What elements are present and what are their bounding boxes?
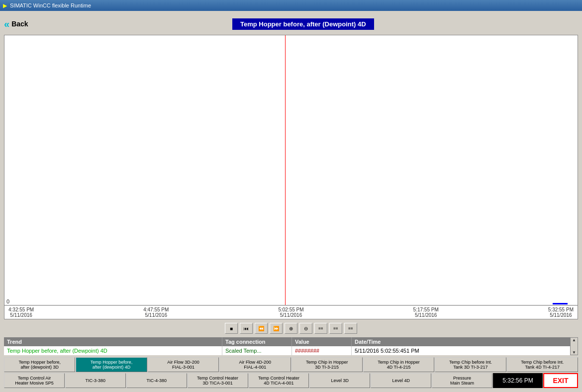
value-col-header: Value xyxy=(292,337,352,346)
zoom-out-button[interactable]: ⊖ xyxy=(299,323,312,334)
back-label: Back xyxy=(11,20,28,28)
chart-cursor-line xyxy=(285,35,286,305)
back-button[interactable]: « Back xyxy=(4,18,28,30)
menu-button-1[interactable]: ≡≡ xyxy=(314,323,327,334)
nav-tic-3-380[interactable]: TIC-3-380 xyxy=(65,373,126,388)
scroll-down-icon[interactable]: ▼ xyxy=(572,350,576,355)
nav-tic-4-380[interactable]: TIC-4-380 xyxy=(126,373,187,388)
nav-pressure-steam[interactable]: PressureMain Steam xyxy=(432,373,492,388)
time-axis: 4:32:55 PM 5/11/2016 4:47:55 PM 5/11/201… xyxy=(4,306,578,319)
trend-col-header: Trend xyxy=(4,337,222,346)
trend-table-header: Trend Tag connection Value Date/Time xyxy=(4,337,570,346)
trend-datetime-cell: 5/11/2016 5:02:55:451 PM xyxy=(352,346,570,355)
time-label-5: 5:32:55 PM 5/11/2016 xyxy=(548,307,574,318)
nav-level-4d[interactable]: Level 4D xyxy=(371,373,431,388)
forward-button[interactable]: ⏩ xyxy=(270,323,283,334)
time-label-2: 4:47:55 PM 5/11/2016 xyxy=(143,307,169,318)
time-label-3: 5:02:55 PM 5/11/2016 xyxy=(278,307,303,318)
trend-tag-cell: Scaled Temp... xyxy=(222,346,292,355)
time-label-4: 5:17:55 PM 5/11/2016 xyxy=(413,307,439,318)
nav-airflow-4d[interactable]: Air Flow 4D-200FIAL-4-001 xyxy=(219,357,291,372)
title-bar-icon: ▶ xyxy=(3,3,7,8)
chart-data-indicator xyxy=(553,303,568,304)
trend-main: Trend Tag connection Value Date/Time Tem… xyxy=(4,337,570,355)
nav-row-1: Temp Hopper before,after (dewpoint) 3D T… xyxy=(4,357,578,372)
title-bar-text: SIMATIC WinCC flexible Runtime xyxy=(10,2,91,8)
back-arrows-icon: « xyxy=(4,18,9,30)
nav-ctrl-air[interactable]: Temp Control AirHeater Mosive SP5 xyxy=(4,373,65,388)
nav-row-2-cells: Temp Control AirHeater Mosive SP5 TIC-3-… xyxy=(4,373,492,388)
header-row: « Back Temp Hopper before, after (Dewpoi… xyxy=(4,15,578,33)
trend-table-container: Trend Tag connection Value Date/Time Tem… xyxy=(4,337,578,355)
menu-button-3[interactable]: ≡≡ xyxy=(344,323,357,334)
scroll-up-icon[interactable]: ▲ xyxy=(572,338,576,342)
nav-airflow-3d[interactable]: Air Flow 3D-200FIAL-3-001 xyxy=(148,357,219,372)
datetime-col-header: Date/Time xyxy=(352,337,570,346)
nav-hopper-3d[interactable]: Temp Hopper before,after (dewpoint) 3D xyxy=(4,357,75,372)
nav-chip-tank-4d[interactable]: Temp Chip before Int.Tank 4D TI-4-217 xyxy=(507,357,578,372)
trend-scrollbar[interactable]: ▲ ▼ xyxy=(570,337,578,355)
controls-bar: ■ ⏮ ⏪ ⏩ ⊕ ⊖ ≡≡ ≡≡ ≡≡ xyxy=(4,321,578,335)
chart-baseline xyxy=(4,305,578,305)
chart-zero-label: 0 xyxy=(6,298,9,304)
page-title: Temp Hopper before, after (Dewpoint) 4D xyxy=(232,18,374,30)
skip-back-button[interactable]: ⏮ xyxy=(240,323,253,334)
nav-ctrl-heater-3d[interactable]: Temp Control Heater3D TICA-3-001 xyxy=(188,373,248,388)
trend-value-cell: ######## xyxy=(292,346,352,355)
zoom-in-button[interactable]: ⊕ xyxy=(285,323,297,334)
bottom-section: Temp Hopper before,after (dewpoint) 3D T… xyxy=(4,357,578,388)
nav-chip-tank-3d[interactable]: Temp Chip before Int.Tank 3D TI-3-217 xyxy=(435,357,506,372)
time-label-1: 4:32:55 PM 5/11/2016 xyxy=(8,307,34,318)
chart-area: 0 xyxy=(4,35,578,306)
nav-level-3d[interactable]: Level 3D xyxy=(309,373,370,388)
nav-ctrl-heater-4d[interactable]: Temp Control Heater4D TICA-4-001 xyxy=(249,373,309,388)
tag-col-header: Tag connection xyxy=(222,337,292,346)
title-bar: ▶ SIMATIC WinCC flexible Runtime xyxy=(0,0,582,11)
menu-button-2[interactable]: ≡≡ xyxy=(329,323,342,334)
time-display: 5:32:56 PM xyxy=(493,373,543,388)
nav-chip-hopper-3d[interactable]: Temp Chip in Hopper3D TI-3-215 xyxy=(291,357,363,372)
trend-name-cell: Temp Hopper before, after (Dewpoint) 4D xyxy=(4,346,222,355)
main-container: « Back Temp Hopper before, after (Dewpoi… xyxy=(0,11,582,392)
nav-hopper-4d[interactable]: Temp Hopper before,after (dewpoint) 4D xyxy=(76,357,147,372)
trend-table-row: Temp Hopper before, after (Dewpoint) 4D … xyxy=(4,346,570,355)
exit-button[interactable]: EXIT xyxy=(543,373,578,388)
nav-row-2: Temp Control AirHeater Mosive SP5 TIC-3-… xyxy=(4,373,578,388)
stop-button[interactable]: ■ xyxy=(225,323,238,334)
chart-container: 0 4:32:55 PM 5/11/2016 4:47:55 PM 5/11/2… xyxy=(4,35,578,319)
rewind-button[interactable]: ⏪ xyxy=(255,323,268,334)
nav-chip-hopper-4d[interactable]: Temp Chip in Hopper4D TI-4-215 xyxy=(363,357,434,372)
